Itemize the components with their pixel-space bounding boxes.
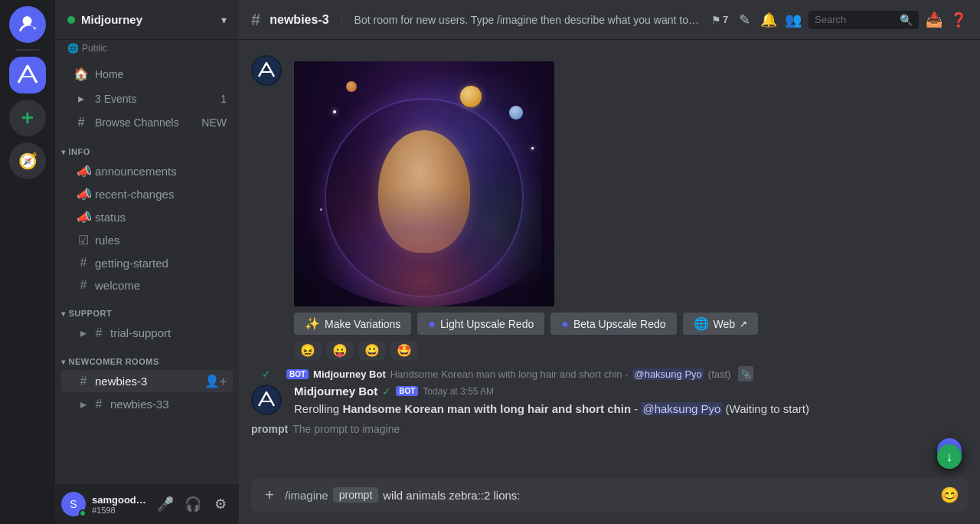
haksung-mention[interactable]: @haksung Pyo <box>641 402 722 415</box>
thread-icon: ⚑ <box>711 14 721 26</box>
midjourney-server-icon[interactable] <box>9 57 46 93</box>
user-avatar: S <box>61 492 86 516</box>
channel-item-trial-support[interactable]: ▸ # trial-support <box>61 322 233 344</box>
rerolling-timestamp: Today at 3:55 AM <box>423 386 494 397</box>
bot-avatar-2 <box>251 385 282 415</box>
channel-hash-icon: # <box>251 10 260 30</box>
ref-message-row: ✓ BOT Midjourney Bot Handsome Korean man… <box>239 363 980 383</box>
server-header[interactable]: Midjourney ▾ <box>55 0 239 40</box>
channel-item-welcome[interactable]: # welcome <box>61 274 233 296</box>
beta-upscale-icon: ● <box>561 317 569 331</box>
newcomer-chevron-icon: ▾ <box>61 358 66 366</box>
beta-upscale-redo-button[interactable]: ● Beta Upscale Redo <box>550 313 676 335</box>
members-with-badge[interactable]: ⚑ 7 <box>710 11 729 29</box>
generated-image <box>294 61 554 306</box>
user-info: samgoodw... #1598 <box>92 494 147 515</box>
hash-icon-5: ▸ <box>77 397 90 411</box>
ref-mention[interactable]: @haksung Pyo <box>632 368 703 380</box>
help-icon[interactable]: ❓ <box>949 11 968 29</box>
angry-emoji: 😖 <box>300 343 315 358</box>
rules-icon: ☑ <box>77 233 90 247</box>
search-bar[interactable]: 🔍 <box>808 11 919 29</box>
svg-point-0 <box>253 57 280 84</box>
input-content: /imagine prompt <box>285 487 934 503</box>
sidebar-item-events[interactable]: ▸ 3 Events 1 <box>61 87 233 110</box>
ref-bot-badge: BOT <box>286 369 309 379</box>
events-icon: ▸ <box>74 91 89 106</box>
hash-icon-1: # <box>77 256 90 270</box>
user-status-dot <box>79 509 87 517</box>
user-area: S samgoodw... #1598 🎤 🎧 ⚙ <box>55 484 239 524</box>
channel-item-rules[interactable]: ☑ rules <box>61 229 233 251</box>
discover-button[interactable]: 🧭 <box>9 142 46 179</box>
hash-icon-3: ▸ <box>77 326 90 340</box>
settings-button[interactable]: ⚙ <box>208 492 233 516</box>
channel-title: newbies-3 <box>270 13 328 27</box>
hash-icon-4: # <box>77 375 90 388</box>
ref-author: Midjourney Bot <box>313 368 386 380</box>
prompt-hint-row: prompt The prompt to imagine <box>239 420 980 438</box>
svg-point-1 <box>253 386 280 414</box>
channel-item-newbies-33[interactable]: ▸ # newbies-33 <box>61 393 233 415</box>
rerolling-text: Rerolling Handsome Korean man with long … <box>294 401 968 417</box>
message-input[interactable] <box>383 489 934 502</box>
section-header-support[interactable]: ▾ SUPPORT <box>55 296 239 321</box>
channel-item-newbies-3[interactable]: # newbies-3 👤+ <box>61 370 233 392</box>
add-server-button[interactable]: + <box>9 100 46 136</box>
light-upscale-icon: ● <box>428 317 436 331</box>
action-buttons: ✨ Make Variations ● Light Upscale Redo ●… <box>294 313 968 335</box>
add-member-icon[interactable]: 👤+ <box>204 374 227 388</box>
slash-command: /imagine <box>285 489 328 502</box>
starstruck-emoji: 🤩 <box>397 343 412 358</box>
pencil-icon[interactable]: ✎ <box>735 11 753 29</box>
scroll-bottom-alt[interactable]: ↓ <box>937 444 962 469</box>
smile-emoji: 😀 <box>364 343 380 358</box>
microphone-button[interactable]: 🎤 <box>153 492 178 516</box>
rerolling-author[interactable]: Midjourney Bot <box>294 385 377 398</box>
sidebar-item-home[interactable]: 🏠 Home <box>61 62 233 86</box>
bell-icon[interactable]: 🔔 <box>760 11 778 29</box>
user-tag: #1598 <box>92 506 147 515</box>
attachment-ref[interactable]: 📎 <box>738 366 753 382</box>
light-upscale-redo-button[interactable]: ● Light Upscale Redo <box>417 313 544 335</box>
reaction-smile[interactable]: 😀 <box>358 341 386 360</box>
discord-home-button[interactable] <box>9 6 46 43</box>
checkmark-verified-icon: ✓ <box>262 368 271 380</box>
external-link-icon: ↗ <box>740 319 747 329</box>
reaction-angry[interactable]: 😖 <box>294 341 322 360</box>
search-icon: 🔍 <box>900 14 913 26</box>
server-chevron-icon: ▾ <box>221 14 227 26</box>
web-button[interactable]: 🌐 Web ↗ <box>683 313 759 335</box>
main-content: # newbies-3 Bot room for new users. Type… <box>239 0 980 524</box>
attach-button[interactable]: + <box>260 486 279 504</box>
hash-icon-5b: # <box>92 398 106 411</box>
tongue-emoji: 😛 <box>332 343 348 358</box>
channel-item-announcements[interactable]: 📣 announcements <box>61 160 233 182</box>
sidebar-item-browse[interactable]: # Browse Channels NEW <box>61 111 233 134</box>
headphones-button[interactable]: 🎧 <box>181 492 205 516</box>
image-container <box>294 61 554 306</box>
announcement-icon-3: 📣 <box>77 210 90 224</box>
user-controls: 🎤 🎧 ⚙ <box>153 492 233 516</box>
emoji-button[interactable]: 😊 <box>940 486 959 504</box>
channel-item-getting-started[interactable]: # getting-started <box>61 252 233 273</box>
events-badge: 1 <box>220 93 227 105</box>
rerolling-meta: Midjourney Bot ✓ BOT Today at 3:55 AM <box>294 385 968 398</box>
section-header-info[interactable]: ▾ INFO <box>55 135 239 159</box>
reaction-tongue[interactable]: 😛 <box>326 341 354 360</box>
announcement-icon: 📣 <box>77 164 90 178</box>
reaction-starstruck[interactable]: 🤩 <box>390 341 418 360</box>
input-segment: prompt <box>333 487 379 503</box>
search-input[interactable] <box>815 14 897 25</box>
section-header-newcomer[interactable]: ▾ NEWCOMER ROOMS <box>55 345 239 369</box>
people-icon[interactable]: 👥 <box>784 11 802 29</box>
bot-badge-rerolling: BOT <box>396 386 418 396</box>
channel-item-status[interactable]: 📣 status <box>61 206 233 228</box>
inbox-icon[interactable]: 📥 <box>925 11 943 29</box>
home-icon: 🏠 <box>74 67 89 81</box>
messages-area: ✨ Make Variations ● Light Upscale Redo ●… <box>239 40 980 478</box>
prompt-hint-text: The prompt to imagine <box>292 423 400 435</box>
channel-item-recent-changes[interactable]: 📣 recent-changes <box>61 183 233 205</box>
make-variations-button[interactable]: ✨ Make Variations <box>294 313 411 335</box>
channel-sidebar: Midjourney ▾ 🌐 Public 🏠 Home ▸ 3 Events … <box>55 0 239 524</box>
